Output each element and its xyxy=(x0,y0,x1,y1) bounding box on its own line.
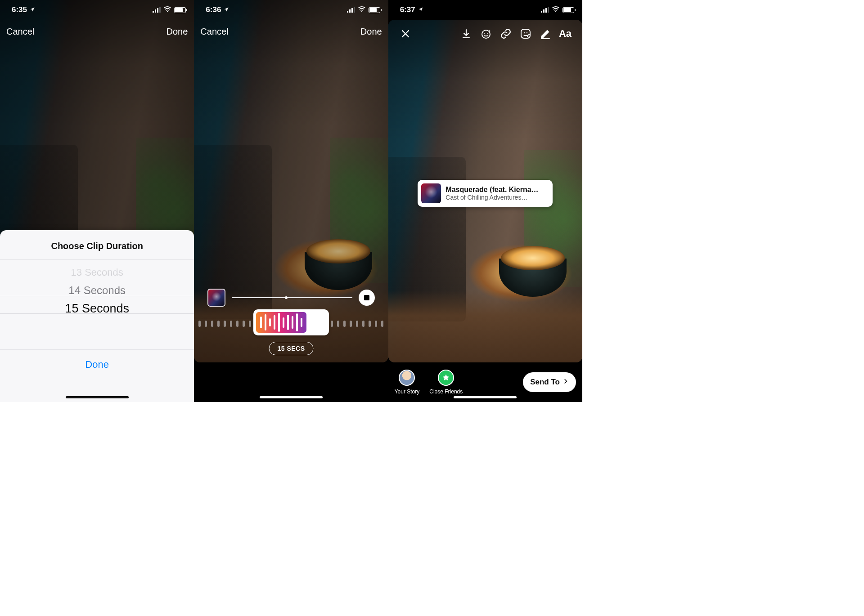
picker-option-selected[interactable]: 15 Seconds xyxy=(0,299,194,317)
status-bar: 6:36 xyxy=(194,0,388,20)
picker-option[interactable]: 12 Seconds xyxy=(0,259,194,263)
text-tool-label: Aa xyxy=(559,28,572,40)
battery-icon xyxy=(562,7,574,13)
send-to-label: Send To xyxy=(530,378,560,387)
close-icon[interactable] xyxy=(396,26,415,41)
svg-point-5 xyxy=(487,33,488,34)
album-art-icon xyxy=(421,183,441,203)
close-friends-label: Close Friends xyxy=(429,388,463,395)
battery-icon xyxy=(174,7,186,13)
screen-duration-picker: 6:35 Cancel Done Choose Clip Duration xyxy=(0,0,194,402)
cellular-signal-icon xyxy=(541,7,549,13)
home-indicator[interactable] xyxy=(66,396,129,398)
album-art-icon[interactable] xyxy=(207,289,225,307)
download-icon[interactable] xyxy=(456,26,476,41)
story-toolbar: Aa xyxy=(388,23,582,44)
svg-point-4 xyxy=(484,33,485,34)
your-story-button[interactable]: Your Story xyxy=(395,370,420,395)
cancel-button[interactable]: Cancel xyxy=(200,27,228,37)
stop-icon xyxy=(364,295,369,300)
music-sticker[interactable]: Masquerade (feat. Kierna… Cast of Chilli… xyxy=(418,180,553,207)
picker-option[interactable]: 13 Seconds xyxy=(0,263,194,281)
cellular-signal-icon xyxy=(347,7,355,13)
svg-rect-6 xyxy=(521,29,530,38)
done-button[interactable]: Done xyxy=(360,27,382,37)
editor-nav: Cancel Done xyxy=(0,22,194,41)
draw-icon[interactable] xyxy=(536,26,555,41)
avatar-icon xyxy=(399,370,415,386)
sticker-icon[interactable] xyxy=(516,26,536,41)
svg-point-0 xyxy=(167,11,168,12)
svg-point-1 xyxy=(361,11,362,12)
clip-duration-sheet: Choose Clip Duration 12 Seconds 13 Secon… xyxy=(0,230,194,402)
sheet-done-button[interactable]: Done xyxy=(0,349,194,383)
chevron-right-icon xyxy=(562,378,569,387)
progress-track[interactable] xyxy=(232,297,352,298)
status-bar: 6:37 xyxy=(388,0,582,20)
battery-icon xyxy=(369,7,380,13)
home-indicator[interactable] xyxy=(454,396,517,398)
location-services-icon xyxy=(30,6,35,13)
done-button[interactable]: Done xyxy=(166,27,188,37)
svg-point-7 xyxy=(524,32,525,33)
sheet-title: Choose Clip Duration xyxy=(0,237,194,259)
music-title: Masquerade (feat. Kierna… xyxy=(446,186,538,194)
screen-music-scrubber: 6:36 Cancel Done xyxy=(194,0,388,402)
status-time: 6:37 xyxy=(400,5,415,14)
face-effects-icon[interactable] xyxy=(476,26,496,41)
status-time: 6:35 xyxy=(12,5,27,14)
wifi-icon xyxy=(163,5,171,14)
wifi-icon xyxy=(358,5,366,14)
waveform-selection[interactable] xyxy=(253,309,329,335)
home-indicator[interactable] xyxy=(260,396,323,398)
svg-point-2 xyxy=(555,11,556,12)
screen-story-composer: 6:37 xyxy=(388,0,582,402)
location-services-icon xyxy=(224,6,229,13)
location-services-icon xyxy=(418,6,423,13)
svg-point-8 xyxy=(526,32,527,33)
status-bar: 6:35 xyxy=(0,0,194,20)
stop-button[interactable] xyxy=(359,290,375,306)
close-friends-button[interactable]: Close Friends xyxy=(429,370,463,395)
status-time: 6:36 xyxy=(206,5,221,14)
cancel-button[interactable]: Cancel xyxy=(6,27,34,37)
star-icon xyxy=(438,370,454,386)
story-photo xyxy=(194,0,388,362)
cellular-signal-icon xyxy=(153,7,161,13)
editor-nav: Cancel Done xyxy=(194,22,388,41)
wifi-icon xyxy=(552,5,560,14)
text-icon[interactable]: Aa xyxy=(555,26,575,41)
your-story-label: Your Story xyxy=(395,388,420,395)
picker-option[interactable]: 14 Seconds xyxy=(0,281,194,299)
music-progress xyxy=(207,289,374,307)
music-artist: Cast of Chilling Adventures… xyxy=(446,194,538,201)
duration-pill-button[interactable]: 15 SECS xyxy=(269,342,313,355)
send-to-button[interactable]: Send To xyxy=(523,372,576,392)
link-icon[interactable] xyxy=(496,26,516,41)
duration-picker[interactable]: 12 Seconds 13 Seconds 14 Seconds 15 Seco… xyxy=(0,259,194,349)
